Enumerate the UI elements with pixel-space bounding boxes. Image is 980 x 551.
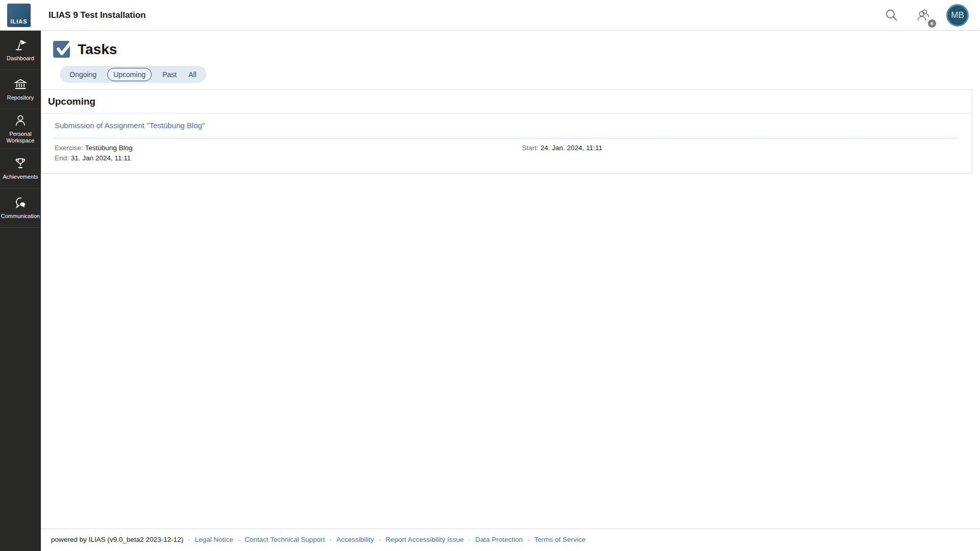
- achievements-icon: [14, 157, 27, 170]
- view-controls: Ongoing Upcoming Past All: [60, 66, 206, 83]
- footer-link-data-protection[interactable]: Data Protection: [475, 536, 522, 543]
- installation-title: ILIAS 9 Test Installation: [49, 10, 146, 20]
- tab-upcoming[interactable]: Upcoming: [107, 68, 152, 81]
- sidebar-item-communication[interactable]: Communication: [0, 188, 41, 228]
- sidebar-item-label: Communication: [1, 213, 40, 220]
- task-list-item: Submission of Assignment "Testübung Blog…: [41, 113, 972, 173]
- sidebar-item-label: Achievements: [3, 174, 38, 180]
- who-is-online-button[interactable]: 6: [915, 7, 932, 24]
- powered-by-text: powered by ILIAS (v9.0_beta2 2023-12-12): [51, 536, 183, 543]
- repository-icon: [14, 78, 27, 91]
- property-start: Start:24. Jan. 2024, 11:11: [522, 143, 959, 152]
- topbar-actions: 6 MB: [883, 4, 969, 27]
- footer-link-accessibility[interactable]: Accessibility: [337, 536, 374, 543]
- dashboard-icon: [14, 38, 27, 52]
- online-count-badge: 6: [928, 19, 936, 28]
- tasks-icon: [53, 41, 70, 58]
- search-icon: [885, 8, 899, 22]
- footer-separator: ·: [468, 536, 471, 543]
- sidebar-item-achievements[interactable]: Achievements: [0, 149, 41, 188]
- panel-title: Upcoming: [41, 90, 972, 113]
- task-properties: Exercise:Testübung Blog End:31. Jan 2024…: [55, 143, 959, 164]
- top-bar: ILIAS ILIAS 9 Test Installation 6 MB: [0, 0, 980, 31]
- page-footer: powered by ILIAS (v9.0_beta2 2023-12-12)…: [41, 529, 980, 551]
- personal-workspace-icon: [14, 114, 27, 127]
- sidebar-item-label: Personal Workspace: [2, 131, 39, 144]
- footer-separator: ·: [329, 536, 332, 543]
- footer-separator: ·: [188, 536, 190, 543]
- avatar[interactable]: MB: [946, 4, 969, 27]
- task-link[interactable]: Submission of Assignment "Testübung Blog…: [55, 121, 205, 130]
- footer-link-contact-technical-support[interactable]: Contact Technical Support: [245, 536, 325, 543]
- dotted-divider: [55, 138, 959, 138]
- tab-all[interactable]: All: [187, 68, 198, 81]
- footer-separator: ·: [378, 536, 381, 543]
- property-exercise: Exercise:Testübung Blog: [55, 143, 507, 152]
- footer-link-terms-of-service[interactable]: Terms of Service: [534, 536, 586, 543]
- main-sidebar: Dashboard Repository Personal Workspace …: [0, 31, 41, 551]
- avatar-initials: MB: [951, 10, 964, 20]
- tab-ongoing[interactable]: Ongoing: [68, 68, 98, 81]
- main-content: Tasks Ongoing Upcoming Past All Upcoming…: [41, 31, 980, 551]
- property-end: End:31. Jan 2024, 11:11: [55, 154, 507, 162]
- footer-link-report-accessibility-issue[interactable]: Report Accessibility Issue: [386, 536, 464, 543]
- sidebar-item-personal-workspace[interactable]: Personal Workspace: [0, 109, 41, 149]
- page-title: Tasks: [78, 41, 117, 58]
- sidebar-item-label: Dashboard: [7, 55, 34, 62]
- page-header: Tasks Ongoing Upcoming Past All: [41, 31, 980, 83]
- footer-link-legal-notice[interactable]: Legal Notice: [195, 536, 233, 543]
- ilias-logo-text: ILIAS: [10, 18, 27, 25]
- sidebar-item-label: Repository: [7, 94, 34, 101]
- tab-past[interactable]: Past: [161, 68, 178, 81]
- sidebar-item-repository[interactable]: Repository: [0, 70, 41, 109]
- footer-separator: ·: [237, 536, 240, 543]
- upcoming-panel: Upcoming Submission of Assignment "Testü…: [41, 89, 972, 174]
- communication-icon: [14, 196, 27, 209]
- search-button[interactable]: [883, 7, 900, 24]
- sidebar-item-dashboard[interactable]: Dashboard: [0, 31, 41, 70]
- ilias-logo[interactable]: ILIAS: [7, 4, 31, 27]
- footer-separator: ·: [528, 536, 530, 543]
